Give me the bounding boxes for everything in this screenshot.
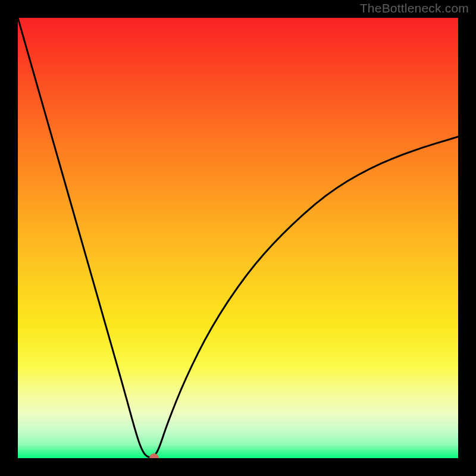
curve-svg: [18, 18, 458, 458]
plot-area: [18, 18, 458, 458]
watermark-text: TheBottleneck.com: [360, 1, 469, 15]
bottleneck-curve: [18, 18, 458, 458]
chart-frame: TheBottleneck.com: [0, 0, 476, 476]
